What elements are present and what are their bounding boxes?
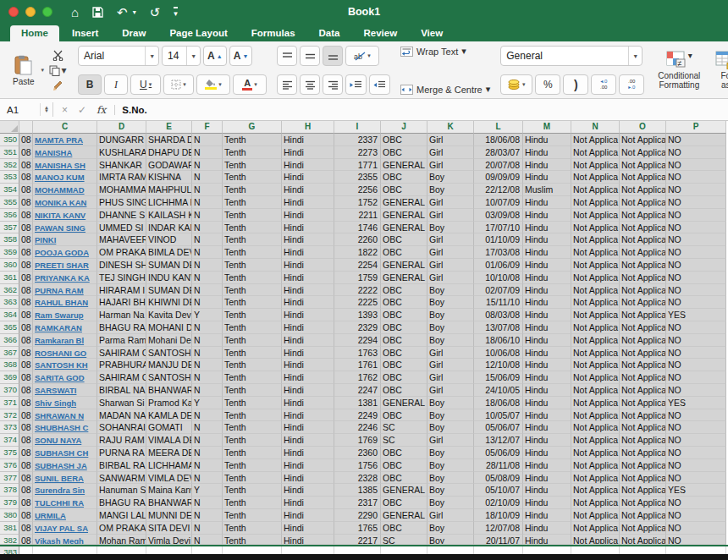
cell-M369[interactable]: Hindu — [523, 371, 571, 384]
cell-H371[interactable]: Hindi — [282, 397, 334, 409]
cell-N353[interactable]: Not Applica — [571, 171, 620, 184]
cell-F382[interactable]: N — [192, 535, 223, 546]
cell-J381[interactable]: OBC — [381, 522, 427, 535]
cell-M353[interactable]: Hindu — [523, 171, 571, 184]
row-header-383[interactable]: 383 — [0, 546, 19, 554]
cell-B355[interactable]: 08 — [19, 196, 33, 209]
cell-J374[interactable]: SC — [381, 434, 427, 447]
cell-I368[interactable]: 1761 — [334, 359, 381, 371]
row-header-374[interactable]: 374 — [0, 434, 19, 447]
cell-D350[interactable]: DUNGARR — [97, 134, 146, 146]
cell-F379[interactable]: N — [192, 497, 223, 509]
conditional-formatting-button[interactable]: ≠ ▾ ConditionalFormatting — [654, 50, 703, 91]
cell-J354[interactable]: OBC — [381, 184, 427, 196]
cell-B361[interactable]: 08 — [19, 272, 33, 284]
cell-D358[interactable]: MAHAVEER — [97, 233, 146, 246]
cell-E360[interactable]: SUMAN DE — [146, 259, 192, 272]
cell-I356[interactable]: 2211 — [334, 209, 381, 222]
row-header-366[interactable]: 366 — [0, 334, 19, 347]
font-color-dropdown-icon[interactable]: ▾ — [254, 81, 257, 88]
cell-I352[interactable]: 1771 — [334, 159, 381, 172]
cell-I373[interactable]: 2246 — [334, 421, 381, 434]
cell-I379[interactable]: 2317 — [334, 497, 381, 509]
cell-K378[interactable]: Boy — [427, 484, 474, 497]
cell-E374[interactable]: VIMALA DE — [146, 434, 192, 447]
row-header-350[interactable]: 350 — [0, 134, 19, 146]
cell-G353[interactable]: Tenth — [223, 171, 282, 184]
cell-G383[interactable] — [223, 546, 282, 554]
cell-D357[interactable]: UMMED SI — [97, 222, 146, 234]
font-color-button[interactable]: A ▾ — [233, 74, 267, 95]
cell-J380[interactable]: GENERAL — [381, 509, 427, 522]
cell-G367[interactable]: Tenth — [223, 347, 282, 360]
decrease-indent-button[interactable] — [345, 74, 367, 95]
cell-E373[interactable]: GOMATI — [146, 421, 192, 434]
cell-K382[interactable]: Boy — [427, 535, 474, 546]
cell-M359[interactable]: Hindu — [523, 246, 571, 259]
cell-H351[interactable]: Hindi — [282, 146, 334, 159]
cell-M381[interactable]: Hindu — [523, 522, 571, 535]
cell-H363[interactable]: Hindi — [282, 296, 334, 309]
cell-K368[interactable]: Girl — [427, 359, 474, 371]
cell-B354[interactable]: 08 — [19, 184, 33, 196]
row-header-351[interactable]: 351 — [0, 146, 19, 159]
cell-G363[interactable]: Tenth — [223, 296, 282, 309]
cell-O361[interactable]: Not Applica — [620, 272, 666, 284]
cell-H350[interactable]: Hindi — [282, 134, 334, 146]
cell-O374[interactable]: Not Applica — [620, 434, 666, 447]
cell-J373[interactable]: SC — [381, 421, 427, 434]
cell-G377[interactable]: Tenth — [223, 472, 282, 485]
cell-E380[interactable]: MUNNI DE — [146, 509, 192, 522]
cell-H354[interactable]: Hindi — [282, 184, 334, 196]
cell-I360[interactable]: 2254 — [334, 259, 381, 272]
cell-I351[interactable]: 2273 — [334, 146, 381, 159]
cell-C378[interactable]: Surendra Sin — [33, 484, 97, 497]
cell-L359[interactable]: 17/03/08 — [474, 246, 523, 259]
cell-C368[interactable]: SANTOSH KH — [33, 359, 97, 371]
cell-G352[interactable]: Tenth — [223, 159, 282, 172]
cell-P380[interactable]: NO — [666, 509, 726, 522]
cell-N368[interactable]: Not Applica — [571, 359, 620, 371]
cell-M362[interactable]: Hindu — [523, 284, 571, 297]
cell-J361[interactable]: GENERAL — [381, 272, 427, 284]
cell-J351[interactable]: OBC — [381, 146, 427, 159]
cell-P360[interactable]: NO — [666, 259, 726, 272]
cell-O369[interactable]: Not Applica — [620, 371, 666, 384]
cell-H377[interactable]: Hindi — [282, 472, 334, 485]
cell-P355[interactable]: NO — [666, 196, 726, 209]
cell-P379[interactable]: NO — [666, 497, 726, 509]
tab-review[interactable]: Review — [353, 25, 409, 41]
cell-I381[interactable]: 1765 — [334, 522, 381, 535]
cell-P367[interactable]: NO — [666, 347, 726, 360]
cell-C355[interactable]: MONIKA KAN — [33, 196, 97, 209]
cell-D361[interactable]: TEJ SINGH — [97, 272, 146, 284]
cell-P377[interactable]: NO — [666, 472, 726, 485]
cell-K363[interactable]: Boy — [427, 296, 474, 309]
format-painter-button[interactable] — [47, 78, 68, 93]
cell-L379[interactable]: 02/10/09 — [474, 497, 523, 509]
cell-H369[interactable]: Hindi — [282, 371, 334, 384]
cell-O364[interactable]: Not Applica — [620, 309, 666, 321]
cell-M355[interactable]: Hindu — [523, 196, 571, 209]
cell-F357[interactable]: N — [192, 222, 223, 234]
cell-E351[interactable]: DHAPU DE — [146, 146, 192, 159]
cell-P376[interactable]: NO — [666, 459, 726, 472]
cell-M366[interactable]: Hindu — [523, 334, 571, 347]
cell-N381[interactable]: Not Applica — [571, 522, 620, 535]
cell-L363[interactable]: 15/11/10 — [474, 296, 523, 309]
cell-O365[interactable]: Not Applica — [620, 321, 666, 334]
cell-K381[interactable]: Boy — [427, 522, 474, 535]
cell-I361[interactable]: 1759 — [334, 272, 381, 284]
cell-B377[interactable]: 08 — [19, 472, 33, 485]
customize-toolbar-icon[interactable]: ▾ — [174, 7, 178, 18]
cell-B364[interactable]: 08 — [19, 309, 33, 321]
cell-O357[interactable]: Not Applica — [620, 222, 666, 234]
confirm-entry-icon[interactable]: ✓ — [78, 104, 86, 116]
cell-I363[interactable]: 2225 — [334, 296, 381, 309]
cell-E353[interactable]: KISHNA — [146, 171, 192, 184]
shrink-font-button[interactable]: A▼ — [229, 46, 253, 66]
cell-E352[interactable]: GODAWAR — [146, 159, 192, 172]
currency-dropdown-icon[interactable]: ▾ — [522, 81, 526, 88]
cell-C377[interactable]: SUNIL BERA — [33, 472, 97, 485]
cell-G355[interactable]: Tenth — [223, 196, 282, 209]
